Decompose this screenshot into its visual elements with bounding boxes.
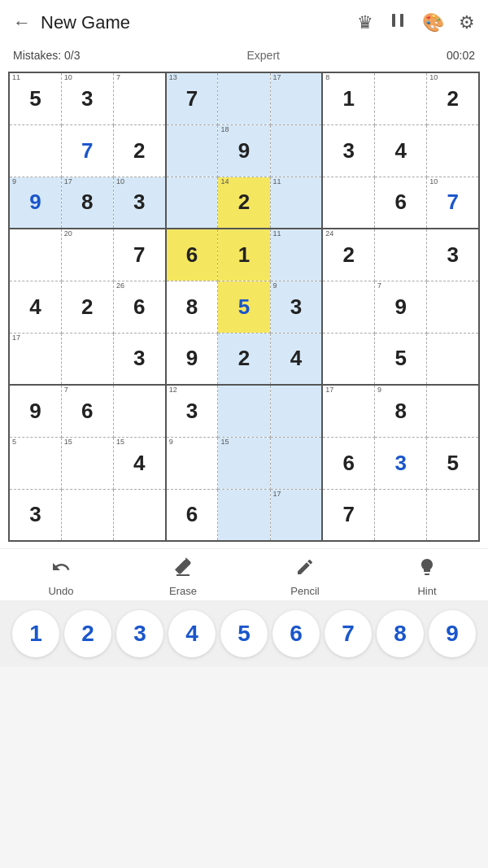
- sudoku-cell[interactable]: [270, 437, 322, 489]
- palette-icon[interactable]: 🎨: [422, 12, 444, 33]
- sudoku-cell[interactable]: 5: [9, 437, 61, 489]
- sudoku-cell[interactable]: [113, 489, 165, 541]
- sudoku-cell[interactable]: 11: [270, 177, 322, 229]
- sudoku-cell[interactable]: 17: [9, 333, 61, 385]
- sudoku-cell[interactable]: [218, 385, 270, 437]
- sudoku-cell[interactable]: 7: [322, 489, 374, 541]
- sudoku-cell[interactable]: [218, 489, 270, 541]
- sudoku-cell[interactable]: 6: [166, 489, 218, 541]
- erase-button[interactable]: Erase: [150, 557, 216, 597]
- sudoku-cell[interactable]: 6: [166, 229, 218, 281]
- sudoku-cell[interactable]: [427, 333, 479, 385]
- sudoku-cell[interactable]: 17: [322, 385, 374, 437]
- sudoku-cell[interactable]: 242: [322, 229, 374, 281]
- sudoku-cell[interactable]: [322, 281, 374, 333]
- sudoku-cell[interactable]: [218, 72, 270, 124]
- sudoku-cell[interactable]: [61, 489, 113, 541]
- sudoku-cell[interactable]: 8: [166, 281, 218, 333]
- sudoku-cell[interactable]: 4: [375, 124, 427, 177]
- sudoku-cell[interactable]: 3: [322, 124, 374, 177]
- sudoku-cell[interactable]: 142: [218, 177, 270, 229]
- sudoku-cell[interactable]: 2: [113, 124, 165, 177]
- sudoku-cell[interactable]: 98: [375, 385, 427, 437]
- sudoku-cell[interactable]: 5: [427, 437, 479, 489]
- sudoku-cell[interactable]: 76: [61, 385, 113, 437]
- sudoku-cell[interactable]: 103: [113, 177, 165, 229]
- sudoku-cell[interactable]: [375, 72, 427, 124]
- pencil-button[interactable]: Pencil: [272, 557, 338, 597]
- sudoku-cell[interactable]: [427, 124, 479, 177]
- sudoku-cell[interactable]: 7: [113, 229, 165, 281]
- sudoku-cell[interactable]: 189: [218, 124, 270, 177]
- sudoku-cell[interactable]: 4: [9, 281, 61, 333]
- sudoku-cell[interactable]: [427, 281, 479, 333]
- numpad-button-9[interactable]: 9: [429, 610, 476, 657]
- sudoku-cell[interactable]: 79: [375, 281, 427, 333]
- sudoku-cell[interactable]: [9, 124, 61, 177]
- sudoku-cell[interactable]: [375, 489, 427, 541]
- pause-icon[interactable]: [388, 11, 407, 35]
- sudoku-cell[interactable]: 5: [375, 333, 427, 385]
- sudoku-cell[interactable]: 9: [166, 333, 218, 385]
- numpad-button-3[interactable]: 3: [116, 610, 163, 657]
- sudoku-cell[interactable]: 2: [218, 333, 270, 385]
- sudoku-cell[interactable]: [113, 385, 165, 437]
- sudoku-cell[interactable]: 5: [218, 281, 270, 333]
- sudoku-cell[interactable]: [427, 489, 479, 541]
- sudoku-cell[interactable]: 81: [322, 72, 374, 124]
- sudoku-cell[interactable]: 9: [166, 437, 218, 489]
- sudoku-cell[interactable]: [322, 333, 374, 385]
- sudoku-cell[interactable]: 107: [427, 177, 479, 229]
- sudoku-cell[interactable]: 17: [270, 72, 322, 124]
- numpad-button-7[interactable]: 7: [325, 610, 372, 657]
- sudoku-cell[interactable]: 123: [166, 385, 218, 437]
- numpad-button-8[interactable]: 8: [377, 610, 424, 657]
- sudoku-cell[interactable]: [270, 124, 322, 177]
- sudoku-cell[interactable]: 7: [61, 124, 113, 177]
- numpad-button-6[interactable]: 6: [272, 610, 320, 657]
- sudoku-cell[interactable]: 6: [322, 437, 374, 489]
- sudoku-cell[interactable]: 20: [61, 229, 113, 281]
- sudoku-cell[interactable]: 115: [9, 72, 61, 124]
- undo-button[interactable]: Undo: [28, 557, 94, 597]
- sudoku-cell[interactable]: 178: [61, 177, 113, 229]
- crown-icon[interactable]: ♛: [357, 12, 373, 33]
- back-button[interactable]: ←: [13, 12, 31, 33]
- sudoku-cell[interactable]: 7: [113, 72, 165, 124]
- sudoku-cell[interactable]: [61, 333, 113, 385]
- sudoku-cell[interactable]: 3: [427, 229, 479, 281]
- sudoku-cell[interactable]: 15: [218, 437, 270, 489]
- settings-icon[interactable]: ⚙: [459, 12, 475, 33]
- sudoku-cell[interactable]: 4: [270, 333, 322, 385]
- sudoku-cell[interactable]: 93: [270, 281, 322, 333]
- sudoku-cell[interactable]: 1: [218, 229, 270, 281]
- sudoku-cell[interactable]: [427, 385, 479, 437]
- sudoku-cell[interactable]: 154: [113, 437, 165, 489]
- sudoku-cell[interactable]: 2: [61, 281, 113, 333]
- sudoku-cell[interactable]: 137: [166, 72, 218, 124]
- sudoku-cell[interactable]: 3: [9, 489, 61, 541]
- sudoku-cell[interactable]: [166, 124, 218, 177]
- sudoku-cell[interactable]: 15: [61, 437, 113, 489]
- sudoku-cell[interactable]: [322, 177, 374, 229]
- cell-value: 7: [342, 502, 354, 527]
- numpad-button-5[interactable]: 5: [220, 610, 268, 657]
- sudoku-cell[interactable]: [375, 229, 427, 281]
- sudoku-cell[interactable]: 266: [113, 281, 165, 333]
- sudoku-cell[interactable]: 99: [9, 177, 61, 229]
- sudoku-cell[interactable]: 17: [270, 489, 322, 541]
- sudoku-cell[interactable]: [9, 229, 61, 281]
- sudoku-cell[interactable]: 3: [113, 333, 165, 385]
- sudoku-cell[interactable]: 3: [375, 437, 427, 489]
- numpad-button-2[interactable]: 2: [64, 610, 111, 657]
- sudoku-cell[interactable]: 103: [61, 72, 113, 124]
- sudoku-cell[interactable]: 11: [270, 229, 322, 281]
- sudoku-cell[interactable]: [270, 385, 322, 437]
- sudoku-cell[interactable]: 6: [375, 177, 427, 229]
- hint-button[interactable]: Hint: [394, 557, 460, 597]
- sudoku-cell[interactable]: 102: [427, 72, 479, 124]
- numpad-button-1[interactable]: 1: [12, 610, 59, 657]
- sudoku-cell[interactable]: 9: [9, 385, 61, 437]
- numpad-button-4[interactable]: 4: [168, 610, 216, 657]
- sudoku-cell[interactable]: [166, 177, 218, 229]
